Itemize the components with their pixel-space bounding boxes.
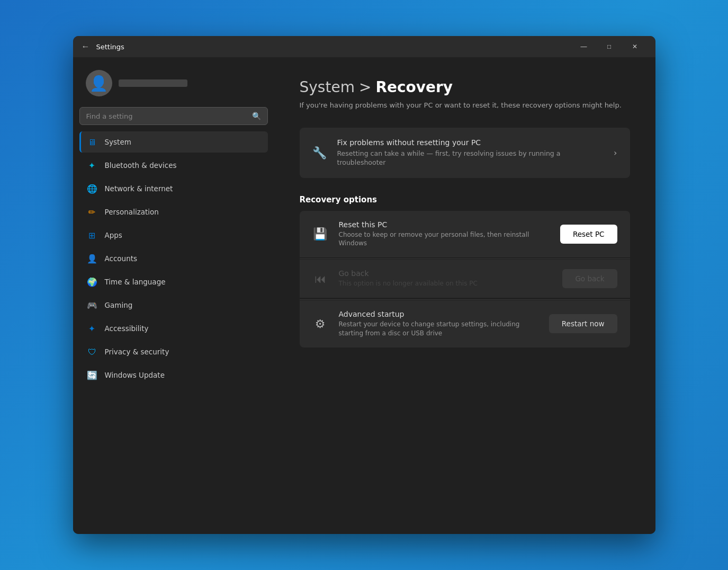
- search-icon: 🔍: [252, 112, 261, 120]
- reset-icon: 💾: [312, 227, 328, 241]
- sidebar-item-accessibility[interactable]: ✦ Accessibility: [79, 318, 268, 339]
- accessibility-icon: ✦: [87, 323, 97, 334]
- close-button[interactable]: ✕: [623, 38, 647, 55]
- sidebar-item-label: Network & internet: [105, 184, 173, 193]
- sidebar-item-label: Accounts: [105, 254, 138, 263]
- go-back-desc: This option is no longer available on th…: [339, 279, 552, 288]
- advanced-startup-desc: Restart your device to change startup se…: [339, 320, 538, 338]
- avatar: 👤: [86, 70, 112, 96]
- go-back-option: ⏮ Go back This option is no longer avail…: [300, 260, 630, 298]
- advanced-startup-icon: ⚙: [312, 317, 328, 331]
- system-icon: 🖥: [87, 137, 97, 147]
- reset-pc-button[interactable]: Reset PC: [560, 225, 617, 244]
- go-back-text: Go back This option is no longer availab…: [339, 269, 552, 288]
- sidebar: 👤 🔍 🖥 System ✦ Bluetooth & devices 🌐 Net…: [73, 57, 274, 534]
- sidebar-item-label: Personalization: [105, 208, 159, 216]
- breadcrumb-current: Recovery: [375, 78, 453, 96]
- profile-name-blur: [119, 79, 187, 87]
- recovery-options-group: 💾 Reset this PC Choose to keep or remove…: [300, 211, 630, 349]
- chevron-right-icon: ›: [614, 148, 617, 158]
- avatar-icon: 👤: [89, 75, 108, 92]
- sidebar-item-label: Windows Update: [105, 371, 165, 379]
- sidebar-item-label: Accessibility: [105, 324, 149, 333]
- advanced-startup-option: ⚙ Advanced startup Restart your device t…: [300, 300, 630, 348]
- go-back-icon: ⏮: [312, 272, 328, 286]
- search-input[interactable]: [86, 112, 248, 120]
- apps-icon: ⊞: [87, 230, 97, 241]
- fix-text: Fix problems without resetting your PC R…: [337, 138, 604, 167]
- reset-pc-option: 💾 Reset this PC Choose to keep or remove…: [300, 211, 630, 258]
- page-description: If you're having problems with your PC o…: [300, 100, 630, 111]
- breadcrumb-separator: >: [359, 78, 371, 96]
- advanced-startup-title: Advanced startup: [339, 310, 538, 318]
- titlebar: ← Settings — □ ✕: [73, 36, 655, 57]
- sidebar-item-bluetooth[interactable]: ✦ Bluetooth & devices: [79, 155, 268, 176]
- reset-text: Reset this PC Choose to keep or remove y…: [339, 220, 550, 248]
- main-content: System > Recovery If you're having probl…: [274, 57, 655, 534]
- sidebar-item-network[interactable]: 🌐 Network & internet: [79, 178, 268, 199]
- fix-desc: Resetting can take a while — first, try …: [337, 149, 604, 167]
- settings-window: ← Settings — □ ✕ 👤 🔍 🖥: [73, 36, 655, 534]
- go-back-button[interactable]: Go back: [562, 269, 617, 288]
- reset-title: Reset this PC: [339, 220, 550, 229]
- app-title: Settings: [96, 43, 572, 51]
- sidebar-item-privacy[interactable]: 🛡 Privacy & security: [79, 341, 268, 362]
- minimize-button[interactable]: —: [572, 38, 596, 55]
- sidebar-item-system[interactable]: 🖥 System: [79, 131, 268, 153]
- breadcrumb: System > Recovery: [300, 78, 630, 96]
- sidebar-item-accounts[interactable]: 👤 Accounts: [79, 248, 268, 269]
- sidebar-item-apps[interactable]: ⊞ Apps: [79, 225, 268, 246]
- network-icon: 🌐: [87, 183, 97, 194]
- gaming-icon: 🎮: [87, 300, 97, 310]
- sidebar-item-time[interactable]: 🌍 Time & language: [79, 271, 268, 292]
- sidebar-item-personalization[interactable]: ✏ Personalization: [79, 201, 268, 222]
- recovery-options-label: Recovery options: [300, 195, 630, 204]
- reset-desc: Choose to keep or remove your personal f…: [339, 230, 550, 248]
- divider-2: [300, 299, 630, 300]
- personalization-icon: ✏: [87, 207, 97, 217]
- breadcrumb-parent: System: [300, 78, 355, 96]
- window-controls: — □ ✕: [572, 38, 647, 55]
- sidebar-item-label: Apps: [105, 231, 122, 239]
- fix-problems-card[interactable]: 🔧 Fix problems without resetting your PC…: [300, 128, 630, 178]
- search-box[interactable]: 🔍: [79, 107, 268, 125]
- sidebar-item-label: Time & language: [105, 278, 166, 286]
- windows-update-icon: 🔄: [87, 370, 97, 380]
- bluetooth-icon: ✦: [87, 160, 97, 171]
- time-icon: 🌍: [87, 277, 97, 287]
- fix-title: Fix problems without resetting your PC: [337, 138, 604, 147]
- back-button[interactable]: ←: [82, 42, 90, 51]
- sidebar-item-label: Privacy & security: [105, 348, 169, 356]
- advanced-startup-text: Advanced startup Restart your device to …: [339, 310, 538, 338]
- restart-now-button[interactable]: Restart now: [549, 314, 617, 333]
- sidebar-item-label: Bluetooth & devices: [105, 161, 177, 170]
- wrench-icon: 🔧: [312, 146, 327, 159]
- maximize-button[interactable]: □: [597, 38, 622, 55]
- profile-section: 👤: [79, 66, 268, 105]
- accounts-icon: 👤: [87, 253, 97, 264]
- divider-1: [300, 259, 630, 259]
- sidebar-item-label: System: [105, 138, 131, 146]
- sidebar-item-gaming[interactable]: 🎮 Gaming: [79, 295, 268, 316]
- go-back-title: Go back: [339, 269, 552, 278]
- sidebar-item-label: Gaming: [105, 301, 133, 309]
- privacy-icon: 🛡: [87, 346, 97, 357]
- sidebar-item-windows-update[interactable]: 🔄 Windows Update: [79, 364, 268, 386]
